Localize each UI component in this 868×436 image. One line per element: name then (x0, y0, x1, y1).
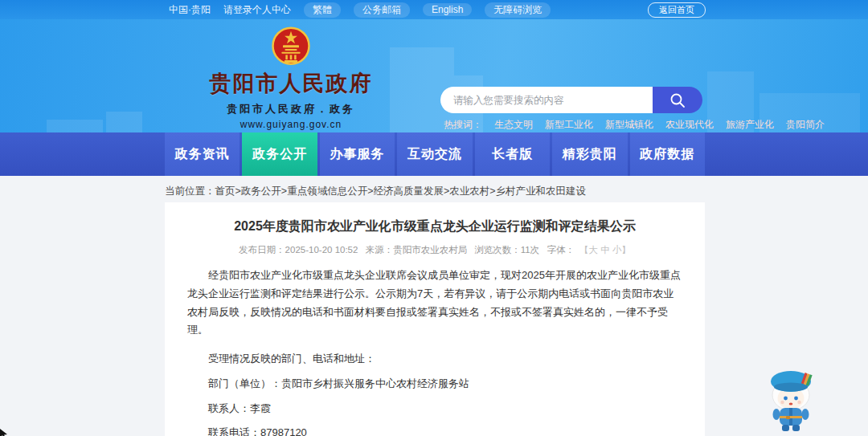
article-paragraph: 受理情况反映的部门、电话和地址： (187, 350, 682, 369)
hot-search-term[interactable]: 新型工业化 (545, 118, 593, 132)
topbar-item[interactable]: English (423, 3, 472, 16)
search-input[interactable] (440, 87, 653, 113)
article-card: 2025年度贵阳市农业产业化市级重点龙头企业运行监测和评定结果公示 发布日期：2… (165, 202, 705, 436)
topbar-item[interactable]: 请登录个人中心 (223, 3, 291, 17)
hot-search-term[interactable]: 旅游产业化 (726, 118, 774, 132)
topbar-item[interactable]: 公务邮箱 (354, 2, 410, 18)
hot-search-term[interactable]: 贵阳简介 (786, 118, 825, 132)
breadcrumb-link[interactable]: 首页 (215, 185, 235, 197)
main-navigation: 政务资讯政务公开办事服务互动交流长者版精彩贵阳政府数据 (0, 132, 868, 176)
search-icon (669, 92, 686, 109)
nav-tab[interactable]: 精彩贵阳 (552, 132, 627, 176)
site-url: www.guiyang.gov.cn (170, 119, 411, 130)
top-utility-bar: 中国·贵阳请登录个人中心繁體公务邮箱English无障碍浏览 返回首页 (0, 0, 868, 19)
topbar-item[interactable]: 无障碍浏览 (485, 2, 551, 18)
breadcrumb-link[interactable]: 经济高质量发展 (373, 185, 444, 197)
font-size-switcher[interactable]: 【大 中 小】 (579, 245, 631, 255)
site-header-banner: 贵阳市人民政府 贵阳市人民政府．政务 www.guiyang.gov.cn 热搜… (0, 19, 868, 132)
breadcrumb-link[interactable]: 重点领域信息公开 (287, 185, 367, 197)
article-paragraph: 经贵阳市农业产业化市级重点龙头企业联席会议成员单位审定，现对2025年开展的农业… (187, 267, 682, 340)
publish-date: 发布日期：2025-10-20 10:52 (239, 245, 358, 255)
search-button[interactable] (653, 87, 702, 113)
topbar-item[interactable]: 中国·贵阳 (169, 3, 211, 17)
mascot-character[interactable] (758, 363, 824, 432)
topbar-menu: 中国·贵阳请登录个人中心繁體公务邮箱English无障碍浏览 (169, 2, 551, 18)
site-search-bar (440, 87, 702, 113)
contact-line: 部门（单位）：贵阳市乡村振兴服务中心农村经济服务站 (187, 375, 682, 393)
site-logo[interactable]: 贵阳市人民政府 贵阳市人民政府．政务 www.guiyang.gov.cn (170, 26, 411, 130)
breadcrumb: 当前位置：首页>政务公开>重点领域信息公开>经济高质量发展>农业农村>乡村产业和… (0, 176, 868, 198)
contact-line: 联系电话：87987120 (187, 424, 682, 436)
hot-search-label: 热搜词： (444, 118, 482, 132)
breadcrumb-label: 当前位置： (165, 185, 215, 197)
hot-search-terms: 生态文明新型工业化新型城镇化农业现代化旅游产业化贵阳简介 (494, 118, 825, 132)
nav-tab[interactable]: 政务资讯 (165, 132, 240, 176)
contact-line: 联系人：李霞 (187, 400, 682, 418)
contact-info: 部门（单位）：贵阳市乡村振兴服务中心农村经济服务站联系人：李霞联系电话：8798… (187, 375, 682, 436)
hot-search-term[interactable]: 农业现代化 (665, 118, 714, 132)
return-home-button[interactable]: 返回首页 (648, 2, 706, 18)
mouse-cursor (0, 429, 8, 436)
topbar-item[interactable]: 繁體 (304, 2, 341, 18)
page-title: 2025年度贵阳市农业产业化市级重点龙头企业运行监测和评定结果公示 (187, 218, 682, 235)
hot-search-row: 热搜词： 生态文明新型工业化新型城镇化农业现代化旅游产业化贵阳简介 (444, 118, 825, 132)
hot-search-term[interactable]: 新型城镇化 (605, 118, 653, 132)
nav-tab[interactable]: 办事服务 (320, 132, 395, 176)
national-emblem-icon (271, 26, 311, 67)
nav-tab[interactable]: 长者版 (475, 132, 550, 176)
article-meta: 发布日期：2025-10-20 10:52 来源：贵阳市农业农村局 浏览次数：1… (187, 244, 682, 256)
hot-search-term[interactable]: 生态文明 (494, 118, 533, 132)
nav-tab[interactable]: 互动交流 (397, 132, 472, 176)
breadcrumb-link[interactable]: 政务公开 (241, 185, 281, 197)
site-subtitle: 贵阳市人民政府．政务 (170, 102, 411, 116)
site-name: 贵阳市人民政府 (170, 69, 411, 98)
font-size-label: 字体： (547, 245, 575, 255)
breadcrumb-link[interactable]: 乡村产业和农田建设 (496, 185, 587, 197)
view-count: 浏览次数：11次 (474, 245, 539, 255)
nav-tab[interactable]: 政府数据 (630, 132, 705, 176)
breadcrumb-link[interactable]: 农业农村 (449, 185, 489, 197)
nav-tab[interactable]: 政务公开 (242, 132, 317, 176)
article-source: 来源：贵阳市农业农村局 (366, 245, 468, 255)
